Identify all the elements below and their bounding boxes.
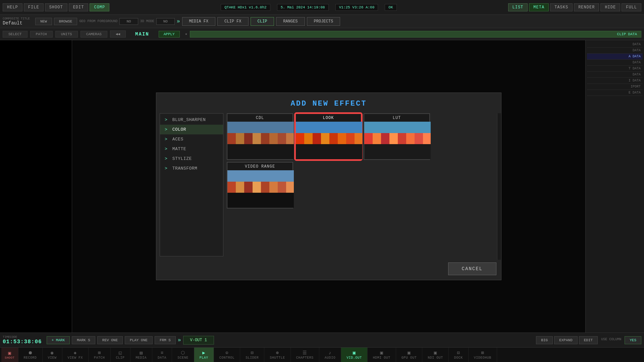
edit-button[interactable]: EDIT <box>69 3 89 11</box>
projects-button[interactable]: PROJECTS <box>307 17 340 26</box>
rev-one-button[interactable]: REV ONE <box>97 336 123 344</box>
main-area: DATA DATA A DATA DATA T DATA DATA I DATA… <box>0 40 644 333</box>
hide-button[interactable]: HIDE <box>600 3 620 11</box>
nav-view[interactable]: ◉ VIEW <box>43 348 62 362</box>
nav-scene[interactable]: ⬡ SCENE <box>172 348 194 362</box>
data-label: DATA <box>158 356 166 360</box>
nav-hdmi-out[interactable]: ▣ HDMI OUT <box>368 348 396 362</box>
cat-matte[interactable]: > MATTE <box>160 144 223 154</box>
dock-label: DOCK <box>454 356 463 360</box>
timecode-value: 01:53:38:06 <box>3 339 42 345</box>
nav-chapters[interactable]: ☰ CHAPTERS <box>291 348 319 362</box>
mark-in-button[interactable]: + MARK <box>47 336 70 344</box>
apply-button[interactable]: APPLY <box>159 31 180 38</box>
effects-area: CDL LOOK <box>227 113 497 260</box>
browse-button[interactable]: BROWSE <box>54 18 77 25</box>
nav-clip[interactable]: ◱ CLIP <box>111 348 130 362</box>
patch-button[interactable]: PATCH <box>30 31 53 38</box>
new-button[interactable]: NEW <box>35 18 52 25</box>
cat-aces[interactable]: > ACES <box>160 134 223 144</box>
effect-lut[interactable]: LUT <box>364 113 430 160</box>
media-fx-button[interactable]: MEDIA FX <box>182 17 216 26</box>
cat-stylize[interactable]: > STYLIZE <box>160 154 223 164</box>
data-item-8: IPORT <box>587 84 643 90</box>
effect-look[interactable]: LOOK <box>295 113 362 160</box>
clip-icon: ◱ <box>119 350 122 356</box>
cancel-button[interactable]: CANCEL <box>448 262 496 275</box>
clip-fx-button[interactable]: CLIP FX <box>217 17 248 26</box>
nav-vid-out[interactable]: ▣ VID.OUT <box>341 348 368 362</box>
cat-blur-sharpen[interactable]: > BLUR_SHARPEN <box>160 115 223 125</box>
yes-button[interactable]: YES <box>625 336 641 344</box>
audio-label: AUDIO <box>325 356 336 360</box>
select-button[interactable]: SELECT <box>3 31 28 38</box>
cdl-image <box>227 122 294 159</box>
tasks-button[interactable]: TASKS <box>550 3 573 11</box>
play-one-button[interactable]: PLAY ONE <box>125 336 153 344</box>
gpu-out-label: GPU OUT <box>401 356 417 360</box>
cat-matte-label: MATTE <box>172 146 186 152</box>
geo-no-button[interactable]: NO <box>119 18 138 25</box>
comp-button[interactable]: COMP <box>90 3 109 11</box>
nav-media[interactable]: ▤ MEDIA <box>130 348 153 362</box>
cat-color[interactable]: > COLOR <box>160 125 223 134</box>
view-label: VIEW <box>48 356 57 360</box>
edit-bottom-button[interactable]: EDIT <box>579 336 598 344</box>
v-out-button[interactable]: V-OUT 1 <box>183 336 214 345</box>
nav-play[interactable]: ▶ PLAY <box>194 348 214 362</box>
nav-data[interactable]: ≡ DATA <box>152 348 172 362</box>
effect-cdl[interactable]: CDL <box>227 113 293 160</box>
effect-video-range[interactable]: VIDEO RANGE <box>227 162 293 208</box>
meta-button[interactable]: META <box>529 3 549 11</box>
cameras-button[interactable]: CAMERAS <box>80 31 107 38</box>
file-button[interactable]: FILE <box>24 3 44 11</box>
nav-patch[interactable]: ⊞ PATCH <box>89 348 111 362</box>
help-button[interactable]: HELP <box>3 3 22 11</box>
full-button[interactable]: FULL <box>622 3 641 11</box>
modal-scrollbar[interactable] <box>497 113 501 260</box>
audio-icon: ♪ <box>329 350 332 356</box>
nav-shuttle[interactable]: ⊛ SHUTTLE <box>264 348 291 362</box>
video-range-label: VIDEO RANGE <box>227 163 292 170</box>
3d-no-button[interactable]: NO <box>156 18 175 25</box>
composite-title: COMPOSITE TITLE Default <box>3 17 30 26</box>
list-button[interactable]: LIST <box>508 3 528 11</box>
mark-s-button[interactable]: MARK S <box>72 336 95 344</box>
nav-slider[interactable]: ⊟ SLIDER <box>240 348 264 362</box>
nav-record[interactable]: ⏺ RECORD <box>18 348 43 362</box>
modal-overlay: ADD NEW EFFECT > BLUR_SHARPEN > COLOR > <box>72 40 585 333</box>
bottom-arrows-icon: » <box>178 337 181 343</box>
nav-dock[interactable]: ⊡ DOCK <box>449 348 469 362</box>
cat-aces-label: ACES <box>172 137 183 142</box>
ndi-out-label: NDI OUT <box>428 356 443 360</box>
nav-control[interactable]: ⊙ CONTROL <box>214 348 240 362</box>
units-button[interactable]: UNITS <box>55 31 78 38</box>
nav-view-fx[interactable]: ◈ VIEW FX <box>62 348 89 362</box>
clip-button[interactable]: CLIP <box>251 17 274 26</box>
cat-transform-label: TRANSFORM <box>172 166 198 171</box>
view-icon: ◉ <box>51 350 54 356</box>
arrow-icon-3: > <box>165 137 167 142</box>
nav-shoot[interactable]: ▣ SHOOT <box>1 348 18 362</box>
nav-gpu-out[interactable]: ▣ GPU OUT <box>396 348 423 362</box>
shuttle-label: SHUTTLE <box>270 356 285 360</box>
shoot-button[interactable]: SHOOT <box>45 3 67 11</box>
big-button[interactable]: BIG <box>536 336 553 344</box>
ranges-button[interactable]: RANGES <box>276 17 305 26</box>
shoot-label: SHOOT <box>5 356 15 360</box>
nav-ndi-out[interactable]: ▣ NDI OUT <box>422 348 449 362</box>
cat-transform[interactable]: > TRANSFORM <box>160 164 223 173</box>
toggle-button[interactable]: ◀◀ <box>110 31 126 38</box>
hdmi-out-label: HDMI OUT <box>373 356 390 360</box>
cdl-scene <box>227 122 294 159</box>
render-button[interactable]: RENDER <box>574 3 599 11</box>
gpu-out-icon: ▣ <box>408 350 411 356</box>
nav-videohub[interactable]: ⊞ VIDEOHUB <box>469 348 497 362</box>
nav-audio[interactable]: ♪ AUDIO <box>319 348 341 362</box>
expand-button[interactable]: EXPAND <box>554 336 578 344</box>
control-icon: ⊙ <box>225 350 228 356</box>
cat-blur-sharpen-label: BLUR_SHARPEN <box>172 117 206 122</box>
bottom-right-buttons: BIG EXPAND EDIT USE COLUMN YES <box>536 336 641 344</box>
color-swatch: ● <box>185 32 187 36</box>
frm-button[interactable]: FRM S <box>155 336 176 344</box>
